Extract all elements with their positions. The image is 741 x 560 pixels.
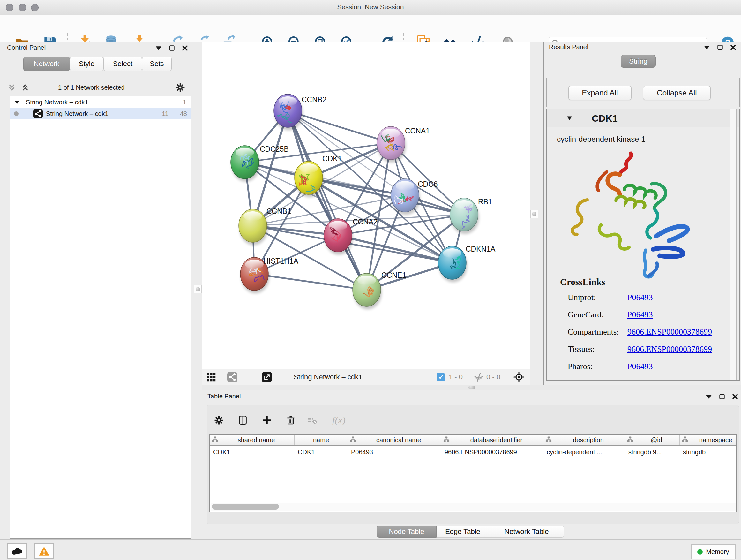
grid-view-button[interactable] (204, 371, 218, 383)
results-scrollbar[interactable] (730, 109, 737, 380)
vertical-splitter[interactable] (530, 42, 544, 385)
check-icon (438, 374, 444, 380)
svg-text:CCNA2: CCNA2 (353, 218, 378, 226)
svg-text:CCNB2: CCNB2 (301, 96, 327, 104)
memory-button[interactable]: Memory (691, 544, 736, 559)
crosslink-link[interactable]: P06493 (627, 293, 653, 302)
gene-section-header[interactable]: CDK1 (547, 109, 739, 127)
clear-table-button[interactable] (305, 412, 320, 428)
results-actions-box: Expand All Collapse All (546, 78, 740, 107)
open-external-icon (262, 372, 272, 382)
svg-text:CCNB1: CCNB1 (266, 207, 291, 215)
bottom-splitter-handle[interactable] (468, 386, 475, 389)
panel-maximize-icon[interactable] (718, 45, 723, 50)
table-cell[interactable]: stringdb (680, 449, 737, 456)
tab-style[interactable]: Style (70, 57, 104, 71)
crosslink-link[interactable]: 9606.ENSP00000378699 (627, 345, 712, 354)
panel-float-icon[interactable] (706, 395, 712, 399)
section-collapse-triangle-icon[interactable] (567, 116, 572, 120)
show-columns-button[interactable] (235, 412, 251, 428)
collapse-all-button[interactable]: Collapse All (643, 86, 711, 100)
left-splitter-handle[interactable] (194, 285, 202, 294)
column-header-canonical-name[interactable]: canonical name (348, 435, 441, 445)
string-network-graph[interactable]: CCNB2 CCNA1 CDC25B CDK1 CDC6 (202, 42, 530, 369)
table-box: f(x) shared namenamecanonical namedataba… (207, 405, 739, 524)
network-options-gear-icon[interactable] (175, 82, 186, 93)
selected-elements-checkbox[interactable] (436, 373, 445, 381)
tab-string[interactable]: String (621, 55, 656, 68)
svg-text:CDC6: CDC6 (418, 180, 438, 188)
svg-text:CDKN1A: CDKN1A (466, 245, 495, 253)
table-hscrollbar-thumb[interactable] (212, 504, 279, 509)
results-content-box: CDK1 cyclin-dependent kinase 1 (546, 109, 740, 381)
tab-select[interactable]: Select (104, 57, 142, 71)
cloud-status-button[interactable] (7, 543, 27, 559)
network-collection-row[interactable]: String Network – cdk1 1 (10, 97, 191, 108)
open-view-in-window-button[interactable] (260, 371, 274, 383)
trash-icon (285, 415, 296, 426)
protein-structure-image (560, 145, 700, 282)
collapse-all-chevron-icon[interactable] (7, 83, 17, 92)
delete-columns-button[interactable] (283, 412, 299, 428)
svg-text:HIST1H1A: HIST1H1A (263, 257, 299, 265)
crosslink-link[interactable]: 9606.ENSP00000378699 (627, 327, 712, 337)
column-header-name[interactable]: name (294, 435, 348, 445)
tree-expand-triangle-icon[interactable] (15, 101, 19, 104)
network-view-badge-button[interactable] (225, 371, 239, 383)
horizontal-splitter[interactable] (202, 385, 741, 390)
column-header-namespace[interactable]: namespace (680, 435, 737, 445)
clear-table-icon (307, 415, 318, 425)
table-options-button[interactable] (211, 412, 227, 428)
node-table[interactable]: shared namenamecanonical namedatabase id… (209, 434, 737, 512)
panel-float-icon[interactable] (704, 46, 710, 50)
network-edge-count: 48 (180, 110, 187, 118)
column-header-description[interactable]: description (543, 435, 625, 445)
cytoscape-window: Session: New Session (0, 0, 741, 560)
control-panel: Control Panel Network Style Select Sets … (0, 42, 202, 539)
table-cell[interactable]: CDK1 (210, 449, 294, 456)
right-splitter-handle[interactable] (530, 210, 538, 218)
network-canvas[interactable]: CCNB2 CCNA1 CDC25B CDK1 CDC6 (202, 42, 530, 369)
collection-count: 1 (183, 99, 186, 106)
birdseye-navigator-button[interactable] (512, 371, 526, 383)
table-cell[interactable]: CDK1 (294, 449, 348, 456)
panel-close-icon[interactable] (182, 45, 188, 51)
table-row[interactable]: CDK1CDK1P064939606.ENSP00000378699cyclin… (210, 446, 736, 458)
crosslink-link[interactable]: P06493 (627, 310, 653, 320)
collection-label: String Network – cdk1 (26, 99, 88, 106)
table-panel: Table Panel f(x) (202, 390, 741, 539)
table-cell[interactable]: P06493 (348, 449, 441, 456)
tab-network-table[interactable]: Network Table (489, 525, 564, 538)
network-row[interactable]: String Network – cdk1 11 48 (10, 108, 191, 119)
tab-sets[interactable]: Sets (142, 57, 172, 71)
panel-maximize-icon[interactable] (719, 394, 725, 399)
table-hscrollbar[interactable] (211, 503, 736, 510)
table-cell[interactable]: cyclin-dependent ... (543, 449, 625, 456)
create-column-button[interactable] (259, 412, 275, 428)
column-header--id[interactable]: @id (625, 435, 680, 445)
table-cell[interactable]: stringdb:9... (625, 449, 680, 456)
expand-all-chevron-icon[interactable] (20, 83, 30, 92)
panel-close-icon[interactable] (731, 45, 736, 50)
string-network-badge-icon (33, 109, 43, 118)
apply-function-button[interactable]: f(x) (330, 412, 352, 428)
expand-all-button[interactable]: Expand All (568, 86, 631, 100)
tab-network[interactable]: Network (23, 57, 70, 71)
warnings-button[interactable] (34, 543, 54, 559)
column-header-shared-name[interactable]: shared name (210, 435, 294, 445)
crosslink-link[interactable]: P06493 (627, 362, 653, 371)
panel-maximize-icon[interactable] (169, 45, 175, 51)
network-node-CDC6: CDC6 (391, 179, 438, 215)
network-node-CCNA2: CCNA2 (324, 218, 378, 255)
plus-icon (261, 415, 272, 426)
tab-edge-table[interactable]: Edge Table (436, 525, 489, 538)
selected-counts: 1 - 0 (449, 373, 463, 381)
column-header-database-identifier[interactable]: database identifier (441, 435, 543, 445)
panel-float-icon[interactable] (156, 46, 161, 50)
main-toolbar: ? (0, 15, 741, 42)
view-toolbar-separator (508, 371, 509, 383)
table-cell[interactable]: 9606.ENSP00000378699 (441, 449, 543, 456)
network-view-toolbar: String Network – cdk1 1 - 0 0 - 0 (202, 369, 530, 385)
panel-close-icon[interactable] (732, 394, 738, 399)
tab-node-table[interactable]: Node Table (377, 525, 436, 538)
